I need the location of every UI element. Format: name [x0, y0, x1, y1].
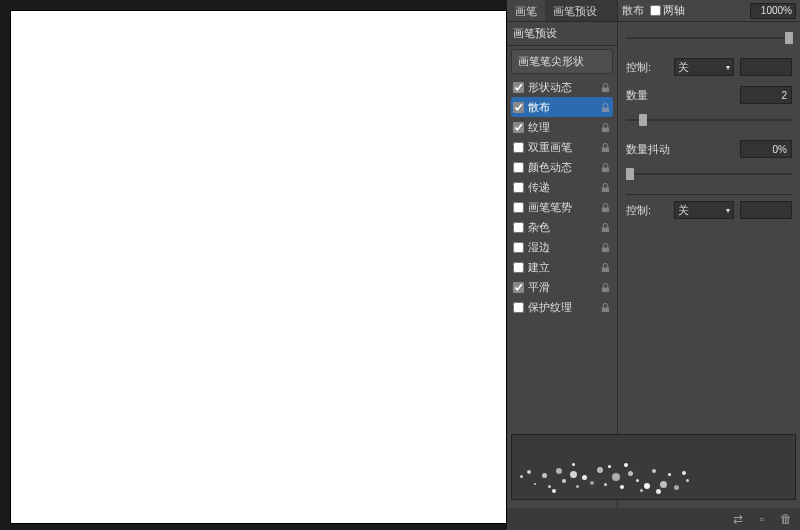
option-label: 杂色 — [528, 220, 600, 235]
option-checkbox[interactable] — [513, 182, 524, 193]
brush-option-6[interactable]: 画笔笔势 — [511, 197, 613, 217]
toggle-preview-icon[interactable]: ⇄ — [730, 511, 746, 527]
lock-icon[interactable] — [600, 142, 611, 153]
both-axes-input[interactable] — [650, 5, 661, 16]
lock-icon[interactable] — [600, 182, 611, 193]
option-label: 建立 — [528, 260, 600, 275]
both-axes-checkbox[interactable]: 两轴 — [650, 3, 685, 18]
option-label: 画笔笔势 — [528, 200, 600, 215]
jitter-control-field[interactable] — [740, 201, 792, 219]
scatter-settings-pane: 散布 两轴 1000% 控制: 关 ▾ 数量 2 — [618, 0, 800, 530]
jitter-control-select[interactable]: 关 ▾ — [674, 201, 734, 219]
option-label: 散布 — [528, 100, 600, 115]
option-checkbox[interactable] — [513, 242, 524, 253]
option-checkbox[interactable] — [513, 302, 524, 313]
divider — [626, 194, 792, 195]
option-label: 湿边 — [528, 240, 600, 255]
lock-icon[interactable] — [600, 82, 611, 93]
scatter-control-row: 控制: 关 ▾ — [626, 58, 792, 76]
option-checkbox[interactable] — [513, 162, 524, 173]
brush-option-10[interactable]: 平滑 — [511, 277, 613, 297]
count-jitter-field[interactable]: 0% — [740, 140, 792, 158]
option-checkbox[interactable] — [513, 82, 524, 93]
option-checkbox[interactable] — [513, 222, 524, 233]
option-label: 纹理 — [528, 120, 600, 135]
brush-panel: 画笔 画笔预设 画笔预设 画笔笔尖形状 形状动态散布纹理双重画笔颜色动态传递画笔… — [507, 0, 800, 530]
control-label: 控制: — [626, 60, 668, 75]
option-checkbox[interactable] — [513, 282, 524, 293]
scatter-control-select[interactable]: 关 ▾ — [674, 58, 734, 76]
brush-option-4[interactable]: 颜色动态 — [511, 157, 613, 177]
count-slider[interactable] — [626, 114, 792, 126]
lock-icon[interactable] — [600, 242, 611, 253]
count-jitter-slider[interactable] — [626, 168, 792, 180]
tab-brush-presets[interactable]: 画笔预设 — [545, 0, 605, 21]
tab-brush[interactable]: 画笔 — [507, 0, 545, 21]
count-jitter-row: 数量抖动 0% — [626, 140, 792, 158]
both-axes-label: 两轴 — [663, 3, 685, 18]
option-checkbox[interactable] — [513, 202, 524, 213]
brush-option-3[interactable]: 双重画笔 — [511, 137, 613, 157]
brush-option-11[interactable]: 保护纹理 — [511, 297, 613, 317]
canvas[interactable] — [10, 10, 507, 524]
panel-tabs: 画笔 画笔预设 — [507, 0, 617, 22]
brush-option-9[interactable]: 建立 — [511, 257, 613, 277]
lock-icon[interactable] — [600, 282, 611, 293]
trash-icon[interactable]: 🗑 — [778, 511, 794, 527]
option-label: 形状动态 — [528, 80, 600, 95]
option-label: 平滑 — [528, 280, 600, 295]
option-checkbox[interactable] — [513, 262, 524, 273]
option-label: 双重画笔 — [528, 140, 600, 155]
brush-option-list: 形状动态散布纹理双重画笔颜色动态传递画笔笔势杂色湿边建立平滑保护纹理 — [507, 77, 617, 317]
scatter-label: 散布 — [622, 3, 644, 18]
count-jitter-label: 数量抖动 — [626, 142, 682, 157]
scatter-percent-field[interactable]: 1000% — [750, 3, 796, 19]
jitter-control-row: 控制: 关 ▾ — [626, 201, 792, 219]
count-row: 数量 2 — [626, 86, 792, 104]
lock-icon[interactable] — [600, 302, 611, 313]
control-value-2: 关 — [678, 203, 689, 218]
brush-option-0[interactable]: 形状动态 — [511, 77, 613, 97]
brush-option-1[interactable]: 散布 — [511, 97, 613, 117]
option-checkbox[interactable] — [513, 122, 524, 133]
brush-stroke-preview — [511, 434, 796, 500]
option-checkbox[interactable] — [513, 102, 524, 113]
option-label: 保护纹理 — [528, 300, 600, 315]
option-label: 传递 — [528, 180, 600, 195]
count-label: 数量 — [626, 88, 668, 103]
new-preset-icon[interactable]: ▫ — [754, 511, 770, 527]
brush-presets-link[interactable]: 画笔预设 — [507, 22, 617, 46]
option-label: 颜色动态 — [528, 160, 600, 175]
brush-option-7[interactable]: 杂色 — [511, 217, 613, 237]
lock-icon[interactable] — [600, 122, 611, 133]
panel-footer: ⇄ ▫ 🗑 — [507, 508, 800, 530]
count-field[interactable]: 2 — [740, 86, 792, 104]
brush-option-5[interactable]: 传递 — [511, 177, 613, 197]
lock-icon[interactable] — [600, 162, 611, 173]
chevron-down-icon: ▾ — [726, 206, 730, 215]
scatter-slider[interactable] — [626, 32, 792, 44]
brush-tip-shape[interactable]: 画笔笔尖形状 — [511, 49, 613, 74]
brush-option-8[interactable]: 湿边 — [511, 237, 613, 257]
lock-icon[interactable] — [600, 102, 611, 113]
chevron-down-icon: ▾ — [726, 63, 730, 72]
control-value: 关 — [678, 60, 689, 75]
lock-icon[interactable] — [600, 262, 611, 273]
lock-icon[interactable] — [600, 222, 611, 233]
control-label-2: 控制: — [626, 203, 668, 218]
scatter-header-row: 散布 两轴 1000% — [618, 0, 800, 22]
lock-icon[interactable] — [600, 202, 611, 213]
option-checkbox[interactable] — [513, 142, 524, 153]
scatter-control-field[interactable] — [740, 58, 792, 76]
brush-option-2[interactable]: 纹理 — [511, 117, 613, 137]
scatter-controls: 控制: 关 ▾ 数量 2 数量抖动 0% — [618, 22, 800, 237]
